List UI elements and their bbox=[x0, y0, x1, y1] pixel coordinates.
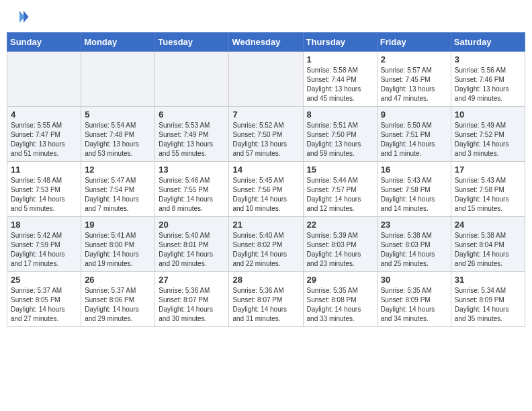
calendar-week-row: 1Sunrise: 5:58 AM Sunset: 7:44 PM Daylig… bbox=[7, 52, 525, 107]
day-number: 12 bbox=[85, 165, 151, 175]
day-number: 13 bbox=[159, 165, 225, 175]
calendar-week-row: 11Sunrise: 5:48 AM Sunset: 7:53 PM Dayli… bbox=[7, 162, 525, 217]
day-detail: Sunrise: 5:55 AM Sunset: 7:47 PM Dayligh… bbox=[11, 121, 77, 158]
calendar-cell bbox=[81, 52, 155, 107]
calendar-header-row: SundayMondayTuesdayWednesdayThursdayFrid… bbox=[7, 33, 525, 52]
calendar-cell: 5Sunrise: 5:54 AM Sunset: 7:48 PM Daylig… bbox=[81, 107, 155, 162]
calendar-cell: 7Sunrise: 5:52 AM Sunset: 7:50 PM Daylig… bbox=[229, 107, 303, 162]
day-number: 24 bbox=[455, 220, 521, 230]
day-number: 19 bbox=[85, 220, 151, 230]
day-number: 14 bbox=[232, 165, 299, 175]
calendar-cell: 31Sunrise: 5:34 AM Sunset: 8:09 PM Dayli… bbox=[451, 272, 525, 327]
calendar-cell: 13Sunrise: 5:46 AM Sunset: 7:55 PM Dayli… bbox=[155, 162, 229, 217]
day-number: 2 bbox=[381, 54, 447, 64]
day-detail: Sunrise: 5:35 AM Sunset: 8:09 PM Dayligh… bbox=[381, 286, 447, 324]
logo-icon bbox=[9, 7, 30, 27]
day-detail: Sunrise: 5:53 AM Sunset: 7:49 PM Dayligh… bbox=[159, 121, 225, 158]
day-detail: Sunrise: 5:41 AM Sunset: 8:00 PM Dayligh… bbox=[85, 231, 151, 269]
calendar-cell: 3Sunrise: 5:56 AM Sunset: 7:46 PM Daylig… bbox=[451, 52, 525, 107]
day-number: 17 bbox=[455, 165, 521, 175]
day-detail: Sunrise: 5:54 AM Sunset: 7:48 PM Dayligh… bbox=[85, 121, 151, 158]
day-detail: Sunrise: 5:38 AM Sunset: 8:03 PM Dayligh… bbox=[381, 231, 447, 269]
calendar-cell: 14Sunrise: 5:45 AM Sunset: 7:56 PM Dayli… bbox=[229, 162, 303, 217]
day-detail: Sunrise: 5:38 AM Sunset: 8:04 PM Dayligh… bbox=[455, 231, 521, 269]
day-detail: Sunrise: 5:43 AM Sunset: 7:58 PM Dayligh… bbox=[455, 176, 521, 214]
day-number: 28 bbox=[232, 275, 299, 285]
calendar-cell: 29Sunrise: 5:35 AM Sunset: 8:08 PM Dayli… bbox=[303, 272, 377, 327]
day-of-week-header: Tuesday bbox=[155, 33, 229, 52]
calendar-cell: 18Sunrise: 5:42 AM Sunset: 7:59 PM Dayli… bbox=[7, 217, 81, 272]
calendar-cell: 28Sunrise: 5:36 AM Sunset: 8:07 PM Dayli… bbox=[229, 272, 303, 327]
day-number: 21 bbox=[232, 220, 299, 230]
day-detail: Sunrise: 5:34 AM Sunset: 8:09 PM Dayligh… bbox=[455, 286, 521, 324]
day-detail: Sunrise: 5:37 AM Sunset: 8:06 PM Dayligh… bbox=[85, 286, 151, 324]
calendar-cell: 17Sunrise: 5:43 AM Sunset: 7:58 PM Dayli… bbox=[451, 162, 525, 217]
calendar-cell: 30Sunrise: 5:35 AM Sunset: 8:09 PM Dayli… bbox=[377, 272, 451, 327]
day-of-week-header: Monday bbox=[81, 33, 155, 52]
day-number: 15 bbox=[307, 165, 373, 175]
day-number: 11 bbox=[11, 165, 77, 175]
calendar-cell: 23Sunrise: 5:38 AM Sunset: 8:03 PM Dayli… bbox=[377, 217, 451, 272]
day-number: 16 bbox=[381, 165, 447, 175]
day-of-week-header: Friday bbox=[377, 33, 451, 52]
day-number: 30 bbox=[381, 275, 447, 285]
calendar-cell bbox=[7, 52, 81, 107]
day-of-week-header: Sunday bbox=[7, 33, 81, 52]
day-detail: Sunrise: 5:40 AM Sunset: 8:01 PM Dayligh… bbox=[159, 231, 225, 269]
day-detail: Sunrise: 5:58 AM Sunset: 7:44 PM Dayligh… bbox=[307, 66, 373, 103]
day-number: 22 bbox=[307, 220, 373, 230]
calendar-table: SundayMondayTuesdayWednesdayThursdayFrid… bbox=[7, 32, 525, 327]
day-number: 9 bbox=[381, 109, 447, 120]
calendar-cell: 25Sunrise: 5:37 AM Sunset: 8:05 PM Dayli… bbox=[7, 272, 81, 327]
day-detail: Sunrise: 5:36 AM Sunset: 8:07 PM Dayligh… bbox=[232, 286, 299, 324]
calendar-cell: 6Sunrise: 5:53 AM Sunset: 7:49 PM Daylig… bbox=[155, 107, 229, 162]
day-detail: Sunrise: 5:42 AM Sunset: 7:59 PM Dayligh… bbox=[11, 231, 77, 269]
calendar-cell: 20Sunrise: 5:40 AM Sunset: 8:01 PM Dayli… bbox=[155, 217, 229, 272]
day-number: 25 bbox=[11, 275, 77, 285]
calendar-week-row: 25Sunrise: 5:37 AM Sunset: 8:05 PM Dayli… bbox=[7, 272, 525, 327]
day-number: 1 bbox=[307, 54, 373, 64]
calendar-cell: 1Sunrise: 5:58 AM Sunset: 7:44 PM Daylig… bbox=[303, 52, 377, 107]
day-number: 5 bbox=[85, 109, 151, 120]
day-detail: Sunrise: 5:35 AM Sunset: 8:08 PM Dayligh… bbox=[307, 286, 373, 324]
day-number: 29 bbox=[307, 275, 373, 285]
day-detail: Sunrise: 5:46 AM Sunset: 7:55 PM Dayligh… bbox=[159, 176, 225, 214]
logo bbox=[9, 7, 32, 27]
day-detail: Sunrise: 5:50 AM Sunset: 7:51 PM Dayligh… bbox=[381, 121, 447, 158]
calendar-cell: 10Sunrise: 5:49 AM Sunset: 7:52 PM Dayli… bbox=[451, 107, 525, 162]
day-number: 18 bbox=[11, 220, 77, 230]
calendar-week-row: 4Sunrise: 5:55 AM Sunset: 7:47 PM Daylig… bbox=[7, 107, 525, 162]
calendar-cell: 9Sunrise: 5:50 AM Sunset: 7:51 PM Daylig… bbox=[377, 107, 451, 162]
day-number: 20 bbox=[159, 220, 225, 230]
day-detail: Sunrise: 5:49 AM Sunset: 7:52 PM Dayligh… bbox=[455, 121, 521, 158]
day-number: 6 bbox=[159, 109, 225, 120]
day-of-week-header: Thursday bbox=[303, 33, 377, 52]
calendar-cell: 22Sunrise: 5:39 AM Sunset: 8:03 PM Dayli… bbox=[303, 217, 377, 272]
day-number: 8 bbox=[307, 109, 373, 120]
calendar-cell: 24Sunrise: 5:38 AM Sunset: 8:04 PM Dayli… bbox=[451, 217, 525, 272]
calendar-cell bbox=[229, 52, 303, 107]
calendar-cell: 21Sunrise: 5:40 AM Sunset: 8:02 PM Dayli… bbox=[229, 217, 303, 272]
calendar-cell: 15Sunrise: 5:44 AM Sunset: 7:57 PM Dayli… bbox=[303, 162, 377, 217]
calendar-cell: 4Sunrise: 5:55 AM Sunset: 7:47 PM Daylig… bbox=[7, 107, 81, 162]
day-detail: Sunrise: 5:40 AM Sunset: 8:02 PM Dayligh… bbox=[232, 231, 299, 269]
calendar-cell: 27Sunrise: 5:36 AM Sunset: 8:07 PM Dayli… bbox=[155, 272, 229, 327]
day-of-week-header: Wednesday bbox=[229, 33, 303, 52]
day-detail: Sunrise: 5:47 AM Sunset: 7:54 PM Dayligh… bbox=[85, 176, 151, 214]
day-detail: Sunrise: 5:48 AM Sunset: 7:53 PM Dayligh… bbox=[11, 176, 77, 214]
day-number: 3 bbox=[455, 54, 521, 64]
day-number: 31 bbox=[455, 275, 521, 285]
day-number: 7 bbox=[232, 109, 299, 120]
day-number: 10 bbox=[455, 109, 521, 120]
calendar-cell: 11Sunrise: 5:48 AM Sunset: 7:53 PM Dayli… bbox=[7, 162, 81, 217]
calendar-cell: 2Sunrise: 5:57 AM Sunset: 7:45 PM Daylig… bbox=[377, 52, 451, 107]
day-detail: Sunrise: 5:43 AM Sunset: 7:58 PM Dayligh… bbox=[381, 176, 447, 214]
day-number: 27 bbox=[159, 275, 225, 285]
calendar-cell: 16Sunrise: 5:43 AM Sunset: 7:58 PM Dayli… bbox=[377, 162, 451, 217]
calendar-week-row: 18Sunrise: 5:42 AM Sunset: 7:59 PM Dayli… bbox=[7, 217, 525, 272]
day-number: 23 bbox=[381, 220, 447, 230]
page-header bbox=[7, 7, 525, 27]
day-number: 26 bbox=[85, 275, 151, 285]
day-detail: Sunrise: 5:36 AM Sunset: 8:07 PM Dayligh… bbox=[159, 286, 225, 324]
calendar-cell: 12Sunrise: 5:47 AM Sunset: 7:54 PM Dayli… bbox=[81, 162, 155, 217]
